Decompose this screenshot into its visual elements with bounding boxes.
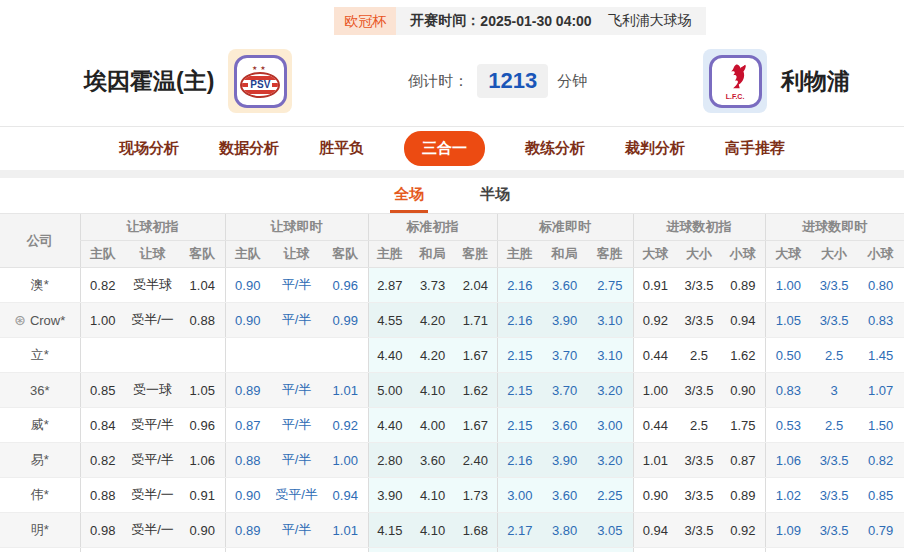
odds-cell: 0.94 — [633, 513, 677, 548]
company-cell[interactable]: 易* — [0, 443, 80, 478]
odds-cell: 2.15 — [497, 373, 542, 408]
col-subheader-5-0: 大球 — [765, 241, 811, 268]
odds-cell: 1.62 — [721, 338, 765, 373]
odds-cell: 3/3.5 — [677, 443, 721, 478]
col-subheader-3-2: 客胜 — [587, 241, 633, 268]
odds-cell: 0.90 — [180, 513, 225, 548]
table-row: ⊛Crow*1.00受半/一0.880.90平/半0.994.554.201.7… — [0, 303, 904, 338]
odds-cell: 0.53 — [765, 408, 811, 443]
nav-tab-3[interactable]: 三合一 — [404, 131, 485, 166]
company-cell[interactable]: ⊛Crow* — [0, 303, 80, 338]
company-cell[interactable]: 立* — [0, 338, 80, 373]
odds-cell: 0.44 — [633, 338, 677, 373]
col-subheader-5-2: 小球 — [857, 241, 904, 268]
away-team-logo: L.F.C. — [703, 49, 767, 113]
odds-cell: 0.90 — [225, 268, 270, 303]
odds-cell: 0.82 — [80, 443, 125, 478]
odds-cell: 3.05 — [587, 513, 633, 548]
col-subheader-1-2: 客队 — [323, 241, 368, 268]
odds-cell: 0.87 — [225, 408, 270, 443]
col-subheader-4-1: 大小 — [677, 241, 721, 268]
nav-tab-1[interactable]: 数据分析 — [219, 139, 279, 158]
odds-cell — [180, 548, 225, 552]
company-cell[interactable]: 澳* — [0, 268, 80, 303]
odds-cell: 0.79 — [857, 513, 904, 548]
odds-cell: 1.01 — [323, 373, 368, 408]
odds-cell: 1.05 — [180, 373, 225, 408]
odds-cell: 平/半 — [270, 268, 323, 303]
odds-cell: 0.50 — [765, 338, 811, 373]
odds-cell: 3.60 — [542, 268, 587, 303]
odds-cell: 4.40 — [368, 338, 411, 373]
lfc-logo-text: L.F.C. — [726, 93, 745, 101]
nav-tab-2[interactable]: 胜平负 — [319, 139, 364, 158]
odds-cell: 1.71 — [454, 303, 497, 338]
odds-cell — [721, 548, 765, 552]
nav-tabs: 现场分析数据分析胜平负三合一教练分析裁判分析高手推荐 — [0, 127, 904, 170]
company-cell[interactable]: 36* — [0, 373, 80, 408]
subtab-full-match[interactable]: 全场 — [390, 179, 428, 213]
away-team-name: 利物浦 — [781, 66, 850, 97]
odds-cell: 0.83 — [857, 303, 904, 338]
odds-cell — [323, 548, 368, 552]
odds-cell: 3.60 — [542, 478, 587, 513]
odds-cell: 受一球 — [125, 373, 180, 408]
nav-tab-5[interactable]: 裁判分析 — [625, 139, 685, 158]
col-group-header-1: 让球即时 — [225, 214, 368, 241]
odds-cell — [542, 548, 587, 552]
odds-cell: 3.10 — [587, 338, 633, 373]
period-subtabs: 全场 半场 — [0, 178, 904, 213]
psv-oval: PSV — [240, 72, 280, 98]
col-subheader-4-2: 小球 — [721, 241, 765, 268]
top-info-bar: 欧冠杯 开赛时间： 2025-01-30 04:00 飞利浦大球场 — [0, 0, 904, 36]
odds-cell: 3/3.5 — [677, 513, 721, 548]
odds-cell: 3.90 — [368, 478, 411, 513]
col-subheader-0-0: 主队 — [80, 241, 125, 268]
odds-cell: 1.09 — [765, 513, 811, 548]
odds-cell: 3/3.5 — [677, 478, 721, 513]
col-subheader-0-1: 让球 — [125, 241, 180, 268]
odds-cell: 1.62 — [454, 373, 497, 408]
odds-cell: 1.67 — [454, 338, 497, 373]
home-team-name: 埃因霍温(主) — [84, 66, 214, 97]
odds-cell — [368, 548, 411, 552]
odds-cell: 受平/半 — [125, 443, 180, 478]
odds-cell: 0.89 — [721, 478, 765, 513]
odds-cell: 2.25 — [587, 478, 633, 513]
nav-tab-6[interactable]: 高手推荐 — [725, 139, 785, 158]
subtab-half-match[interactable]: 半场 — [476, 179, 514, 213]
table-row: 澳*0.82受半球1.040.90平/半0.962.873.732.042.16… — [0, 268, 904, 303]
col-subheader-1-0: 主队 — [225, 241, 270, 268]
odds-cell: 3.20 — [587, 443, 633, 478]
odds-cell: 3/3.5 — [811, 268, 857, 303]
odds-cell: 3/3.5 — [677, 303, 721, 338]
odds-cell: 3.70 — [542, 373, 587, 408]
company-cell[interactable]: 威* — [0, 408, 80, 443]
odds-cell: 2.15 — [497, 338, 542, 373]
odds-cell: 1.06 — [765, 443, 811, 478]
odds-cell — [811, 548, 857, 552]
odds-cell — [225, 338, 270, 373]
col-subheader-2-1: 和局 — [411, 241, 454, 268]
table-row: 立*4.404.201.672.153.703.100.442.51.620.5… — [0, 338, 904, 373]
odds-cell — [80, 338, 125, 373]
kickoff-time: 2025-01-30 04:00 — [480, 13, 591, 29]
odds-cell: 受半球 — [125, 268, 180, 303]
odds-cell: 1.75 — [721, 408, 765, 443]
nav-tab-4[interactable]: 教练分析 — [525, 139, 585, 158]
odds-cell: 3 — [811, 373, 857, 408]
odds-cell: 0.82 — [857, 443, 904, 478]
odds-cell: 3.10 — [587, 303, 633, 338]
odds-cell: 3.73 — [411, 268, 454, 303]
nav-tab-0[interactable]: 现场分析 — [119, 139, 179, 158]
col-group-header-4: 进球数初指 — [633, 214, 765, 241]
company-cell[interactable]: 伟* — [0, 478, 80, 513]
odds-cell: 0.92 — [323, 408, 368, 443]
odds-cell: 4.10 — [411, 513, 454, 548]
kickoff-label: 开赛时间： — [410, 12, 480, 30]
company-cell[interactable]: 明* — [0, 513, 80, 548]
table-row: 明*0.98受半/一0.900.89平/半1.014.154.101.682.1… — [0, 513, 904, 548]
odds-cell: 1.68 — [454, 513, 497, 548]
odds-cell: 0.92 — [633, 303, 677, 338]
odds-cell: 受平/半 — [270, 478, 323, 513]
